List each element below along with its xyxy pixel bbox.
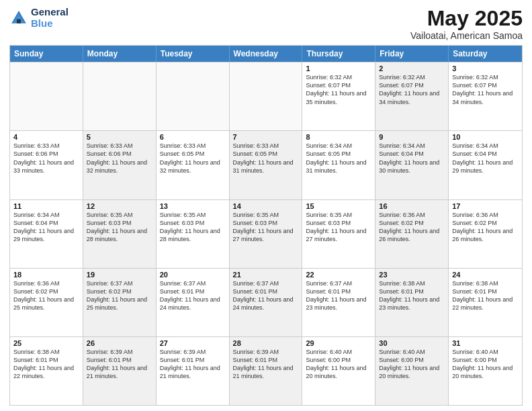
subtitle: Vailoatai, American Samoa — [410, 30, 523, 41]
day-info: Sunrise: 6:39 AM Sunset: 6:01 PM Dayligh… — [233, 348, 299, 381]
day-info: Sunrise: 6:37 AM Sunset: 6:02 PM Dayligh… — [87, 279, 152, 312]
page: General Blue May 2025 Vailoatai, America… — [0, 0, 532, 411]
day-cell-1: 1Sunrise: 6:32 AM Sunset: 6:07 PM Daylig… — [302, 62, 375, 130]
day-cell-19: 19Sunrise: 6:37 AM Sunset: 6:02 PM Dayli… — [83, 269, 157, 336]
day-cell-23: 23Sunrise: 6:38 AM Sunset: 6:01 PM Dayli… — [375, 269, 449, 336]
day-cell-2: 2Sunrise: 6:32 AM Sunset: 6:07 PM Daylig… — [375, 62, 449, 130]
logo-line1: General — [31, 7, 69, 18]
day-cell-30: 30Sunrise: 6:40 AM Sunset: 6:00 PM Dayli… — [375, 337, 449, 405]
day-cell-7: 7Sunrise: 6:33 AM Sunset: 6:05 PM Daylig… — [230, 131, 303, 199]
day-info: Sunrise: 6:33 AM Sunset: 6:06 PM Dayligh… — [87, 142, 152, 175]
day-number: 23 — [379, 271, 445, 279]
empty-cell — [10, 62, 83, 130]
day-info: Sunrise: 6:37 AM Sunset: 6:01 PM Dayligh… — [306, 279, 371, 312]
day-number: 5 — [87, 133, 152, 141]
day-number: 31 — [452, 339, 519, 347]
empty-cell — [230, 62, 303, 130]
logo-icon — [9, 9, 28, 28]
day-number: 12 — [87, 202, 152, 210]
day-cell-28: 28Sunrise: 6:39 AM Sunset: 6:01 PM Dayli… — [230, 337, 303, 405]
day-info: Sunrise: 6:33 AM Sunset: 6:05 PM Dayligh… — [160, 142, 226, 175]
empty-cell — [83, 62, 157, 130]
day-cell-25: 25Sunrise: 6:38 AM Sunset: 6:01 PM Dayli… — [10, 337, 83, 405]
day-cell-18: 18Sunrise: 6:36 AM Sunset: 6:02 PM Dayli… — [10, 269, 83, 336]
day-number: 24 — [452, 271, 519, 279]
calendar-body: 1Sunrise: 6:32 AM Sunset: 6:07 PM Daylig… — [10, 62, 522, 405]
day-info: Sunrise: 6:38 AM Sunset: 6:01 PM Dayligh… — [13, 348, 79, 381]
day-cell-9: 9Sunrise: 6:34 AM Sunset: 6:04 PM Daylig… — [375, 131, 449, 199]
day-cell-8: 8Sunrise: 6:34 AM Sunset: 6:05 PM Daylig… — [302, 131, 375, 199]
day-number: 20 — [160, 271, 226, 279]
day-info: Sunrise: 6:32 AM Sunset: 6:07 PM Dayligh… — [306, 73, 371, 106]
day-cell-3: 3Sunrise: 6:32 AM Sunset: 6:07 PM Daylig… — [449, 62, 522, 130]
calendar-row-0: 1Sunrise: 6:32 AM Sunset: 6:07 PM Daylig… — [10, 62, 522, 130]
day-info: Sunrise: 6:35 AM Sunset: 6:03 PM Dayligh… — [87, 211, 152, 244]
day-info: Sunrise: 6:36 AM Sunset: 6:02 PM Dayligh… — [13, 279, 79, 312]
day-number: 30 — [379, 339, 445, 347]
day-header-sunday: Sunday — [10, 46, 83, 62]
title-block: May 2025 Vailoatai, American Samoa — [410, 7, 523, 41]
day-number: 25 — [13, 339, 79, 347]
day-info: Sunrise: 6:34 AM Sunset: 6:05 PM Dayligh… — [306, 142, 371, 175]
day-number: 6 — [160, 133, 226, 141]
day-number: 16 — [379, 202, 445, 210]
day-cell-17: 17Sunrise: 6:36 AM Sunset: 6:02 PM Dayli… — [449, 200, 522, 268]
day-info: Sunrise: 6:35 AM Sunset: 6:03 PM Dayligh… — [306, 211, 371, 244]
calendar-row-4: 25Sunrise: 6:38 AM Sunset: 6:01 PM Dayli… — [10, 336, 522, 405]
day-number: 11 — [13, 202, 79, 210]
day-cell-24: 24Sunrise: 6:38 AM Sunset: 6:01 PM Dayli… — [449, 269, 522, 336]
day-cell-5: 5Sunrise: 6:33 AM Sunset: 6:06 PM Daylig… — [83, 131, 157, 199]
day-number: 26 — [87, 339, 152, 347]
header: General Blue May 2025 Vailoatai, America… — [9, 7, 523, 41]
svg-rect-2 — [17, 19, 21, 23]
day-info: Sunrise: 6:33 AM Sunset: 6:05 PM Dayligh… — [233, 142, 299, 175]
day-cell-12: 12Sunrise: 6:35 AM Sunset: 6:03 PM Dayli… — [83, 200, 157, 268]
day-cell-11: 11Sunrise: 6:34 AM Sunset: 6:04 PM Dayli… — [10, 200, 83, 268]
day-number: 14 — [233, 202, 299, 210]
day-info: Sunrise: 6:38 AM Sunset: 6:01 PM Dayligh… — [379, 279, 445, 312]
calendar-row-1: 4Sunrise: 6:33 AM Sunset: 6:06 PM Daylig… — [10, 130, 522, 199]
day-info: Sunrise: 6:32 AM Sunset: 6:07 PM Dayligh… — [452, 73, 519, 106]
day-number: 2 — [379, 64, 445, 73]
day-cell-22: 22Sunrise: 6:37 AM Sunset: 6:01 PM Dayli… — [302, 269, 375, 336]
day-number: 7 — [233, 133, 299, 141]
calendar-row-3: 18Sunrise: 6:36 AM Sunset: 6:02 PM Dayli… — [10, 268, 522, 336]
day-info: Sunrise: 6:34 AM Sunset: 6:04 PM Dayligh… — [13, 211, 79, 244]
day-header-wednesday: Wednesday — [230, 46, 303, 62]
day-info: Sunrise: 6:33 AM Sunset: 6:06 PM Dayligh… — [13, 142, 79, 175]
day-cell-10: 10Sunrise: 6:34 AM Sunset: 6:04 PM Dayli… — [449, 131, 522, 199]
day-cell-15: 15Sunrise: 6:35 AM Sunset: 6:03 PM Dayli… — [302, 200, 375, 268]
day-info: Sunrise: 6:36 AM Sunset: 6:02 PM Dayligh… — [379, 211, 445, 244]
day-info: Sunrise: 6:36 AM Sunset: 6:02 PM Dayligh… — [452, 211, 519, 244]
day-cell-14: 14Sunrise: 6:35 AM Sunset: 6:03 PM Dayli… — [230, 200, 303, 268]
day-cell-29: 29Sunrise: 6:40 AM Sunset: 6:00 PM Dayli… — [302, 337, 375, 405]
day-number: 4 — [13, 133, 79, 141]
day-number: 17 — [452, 202, 519, 210]
day-number: 22 — [306, 271, 371, 279]
empty-cell — [157, 62, 230, 130]
day-header-thursday: Thursday — [302, 46, 375, 62]
day-info: Sunrise: 6:39 AM Sunset: 6:01 PM Dayligh… — [160, 348, 226, 381]
day-info: Sunrise: 6:38 AM Sunset: 6:01 PM Dayligh… — [452, 279, 519, 312]
day-info: Sunrise: 6:35 AM Sunset: 6:03 PM Dayligh… — [233, 211, 299, 244]
day-cell-31: 31Sunrise: 6:40 AM Sunset: 6:00 PM Dayli… — [449, 337, 522, 405]
day-number: 8 — [306, 133, 371, 141]
day-info: Sunrise: 6:40 AM Sunset: 6:00 PM Dayligh… — [379, 348, 445, 381]
day-cell-13: 13Sunrise: 6:35 AM Sunset: 6:03 PM Dayli… — [157, 200, 230, 268]
day-cell-4: 4Sunrise: 6:33 AM Sunset: 6:06 PM Daylig… — [10, 131, 83, 199]
day-cell-26: 26Sunrise: 6:39 AM Sunset: 6:01 PM Dayli… — [83, 337, 157, 405]
day-info: Sunrise: 6:37 AM Sunset: 6:01 PM Dayligh… — [233, 279, 299, 312]
main-title: May 2025 — [410, 7, 523, 30]
calendar-header: SundayMondayTuesdayWednesdayThursdayFrid… — [10, 46, 522, 62]
day-number: 1 — [306, 64, 371, 73]
day-cell-6: 6Sunrise: 6:33 AM Sunset: 6:05 PM Daylig… — [157, 131, 230, 199]
day-number: 29 — [306, 339, 371, 347]
day-number: 28 — [233, 339, 299, 347]
day-header-monday: Monday — [83, 46, 157, 62]
logo-line2: Blue — [31, 18, 69, 30]
day-cell-21: 21Sunrise: 6:37 AM Sunset: 6:01 PM Dayli… — [230, 269, 303, 336]
day-info: Sunrise: 6:35 AM Sunset: 6:03 PM Dayligh… — [160, 211, 226, 244]
day-info: Sunrise: 6:32 AM Sunset: 6:07 PM Dayligh… — [379, 73, 445, 106]
day-info: Sunrise: 6:34 AM Sunset: 6:04 PM Dayligh… — [452, 142, 519, 175]
day-cell-27: 27Sunrise: 6:39 AM Sunset: 6:01 PM Dayli… — [157, 337, 230, 405]
